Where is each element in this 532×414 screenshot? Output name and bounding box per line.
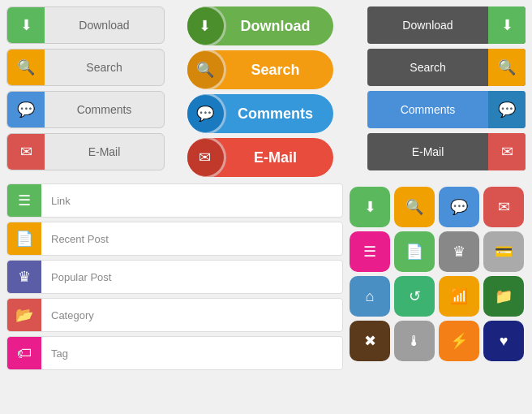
grid-card-icon[interactable]: 💳	[483, 231, 524, 272]
category-label: Category	[41, 309, 342, 321]
pill-search-button[interactable]: 🔍 Search	[187, 50, 333, 89]
search-mag-icon: 🔍	[17, 60, 35, 75]
pill-search-mag-icon: 🔍	[196, 63, 214, 77]
recent-post-icon-box: 📄	[7, 222, 41, 255]
sidebar-category-item[interactable]: 📂 Category	[6, 298, 343, 332]
grid-download-icon[interactable]: ⬇	[350, 187, 390, 227]
grid-doc-icon[interactable]: 📄	[394, 231, 435, 272]
grid-list-icon[interactable]: ☰	[350, 231, 390, 272]
dark-download-label: Download	[367, 19, 488, 32]
pill-buttons-col: ⬇ Download 🔍 Search 💬 Comments ✉	[187, 6, 345, 177]
dark-down-arrow-icon: ⬇	[501, 18, 513, 32]
pill-email-envelope-icon: ✉	[199, 150, 211, 165]
main-container: ⬇ Download 🔍 Search 💬 Comments ✉	[0, 0, 532, 412]
pill-download-button[interactable]: ⬇ Download	[187, 6, 333, 45]
pill-download-icon: ⬇	[187, 6, 226, 45]
grid-email-icon[interactable]: ✉	[483, 187, 524, 227]
pill-comments-bubble-icon: 💬	[196, 106, 214, 121]
dark-email-label: E-Mail	[367, 145, 488, 158]
flat-download-button[interactable]: ⬇ Download	[6, 6, 165, 44]
grid-refresh-icon[interactable]: ↺	[394, 276, 435, 317]
category-icon-box: 📂	[7, 299, 41, 331]
comments-bubble-icon: 💬	[17, 102, 35, 117]
pill-email-label: E-Mail	[226, 149, 333, 166]
tag-icon-box: 🏷	[7, 337, 41, 369]
sidebar-tag-item[interactable]: 🏷 Tag	[6, 336, 343, 370]
top-row: ⬇ Download 🔍 Search 💬 Comments ✉	[6, 6, 526, 177]
dark-comments-label: Comments	[367, 103, 488, 116]
grid-search-icon[interactable]: 🔍	[394, 187, 435, 227]
link-icon-box: ☰	[7, 184, 41, 217]
flat-download-label: Download	[45, 19, 164, 32]
grid-crown-icon[interactable]: ♛	[439, 231, 479, 272]
email-envelope-icon: ✉	[20, 144, 32, 159]
grid-close-icon[interactable]: ✖	[350, 321, 390, 361]
bottom-row: ☰ Link 📄 Recent Post ♛ Popular Post 📂	[6, 183, 526, 406]
pill-search-icon: 🔍	[187, 50, 226, 89]
email-icon-box: ✉	[7, 134, 45, 170]
dark-comments-bubble-icon: 💬	[498, 102, 516, 117]
pill-download-label: Download	[226, 18, 333, 35]
grid-home-icon[interactable]: ⌂	[350, 276, 390, 317]
folder-icon: 📂	[15, 308, 33, 322]
dark-email-button[interactable]: E-Mail ✉	[367, 133, 526, 170]
link-label: Link	[41, 195, 342, 207]
flat-search-button[interactable]: 🔍 Search	[6, 49, 165, 86]
pill-email-button[interactable]: ✉ E-Mail	[187, 138, 333, 177]
pill-down-arrow-icon: ⬇	[199, 19, 211, 33]
flat-comments-label: Comments	[45, 103, 164, 116]
tag-label: Tag	[41, 347, 342, 360]
dark-comments-button[interactable]: Comments 💬	[367, 91, 526, 128]
sidebar-link-item[interactable]: ☰ Link	[6, 183, 343, 218]
grid-heart-icon[interactable]: ♥	[483, 321, 524, 361]
popular-post-label: Popular Post	[41, 271, 342, 283]
download-arrow-icon: ⬇	[20, 18, 32, 32]
popular-post-icon-box: ♛	[7, 261, 41, 293]
sidebar-recent-post-item[interactable]: 📄 Recent Post	[6, 222, 343, 256]
flat-email-label: E-Mail	[45, 145, 164, 158]
flat-buttons-col: ⬇ Download 🔍 Search 💬 Comments ✉	[6, 6, 165, 177]
dark-search-button[interactable]: Search 🔍	[367, 49, 526, 86]
dark-email-icon: ✉	[488, 133, 526, 170]
dark-email-envelope-icon: ✉	[501, 144, 513, 159]
recent-post-label: Recent Post	[41, 233, 342, 245]
flat-email-button[interactable]: ✉ E-Mail	[6, 133, 165, 170]
download-icon-box: ⬇	[7, 7, 45, 43]
grid-bolt-icon[interactable]: ⚡	[439, 321, 479, 361]
grid-temp-icon[interactable]: 🌡	[394, 321, 435, 361]
crown-icon: ♛	[18, 270, 31, 284]
dark-search-label: Search	[367, 61, 488, 74]
pill-search-label: Search	[226, 62, 333, 79]
flat-comments-button[interactable]: 💬 Comments	[6, 91, 165, 128]
dark-download-button[interactable]: Download ⬇	[367, 6, 526, 44]
tag-icon: 🏷	[17, 346, 32, 360]
dark-download-icon: ⬇	[488, 6, 526, 44]
search-icon-box: 🔍	[7, 50, 45, 85]
pill-comments-button[interactable]: 💬 Comments	[187, 94, 333, 133]
note-icon: 📄	[15, 231, 33, 246]
pill-email-icon: ✉	[187, 138, 226, 177]
grid-rss-icon[interactable]: 📶	[439, 276, 479, 317]
dark-search-icon: 🔍	[488, 49, 526, 86]
icon-grid: ⬇ 🔍 💬 ✉ ☰ 📄 ♛ 💳 ⌂ ↺ 📶 📁 ✖ 🌡 ⚡ ♥	[350, 187, 524, 406]
grid-folder-icon[interactable]: 📁	[483, 276, 524, 317]
pill-comments-icon: 💬	[187, 94, 226, 133]
pill-comments-label: Comments	[226, 106, 333, 123]
flat-search-label: Search	[45, 61, 164, 74]
dark-comments-icon: 💬	[488, 91, 526, 128]
list-icon: ☰	[18, 193, 31, 208]
grid-comments-icon[interactable]: 💬	[439, 187, 479, 227]
comments-icon-box: 💬	[7, 92, 45, 127]
sidebar-popular-post-item[interactable]: ♛ Popular Post	[6, 260, 343, 294]
dark-buttons-col: Download ⬇ Search 🔍 Comments 💬 E-Mail	[367, 6, 526, 177]
sidebar-list: ☰ Link 📄 Recent Post ♛ Popular Post 📂	[6, 183, 343, 406]
dark-search-mag-icon: 🔍	[498, 60, 516, 75]
